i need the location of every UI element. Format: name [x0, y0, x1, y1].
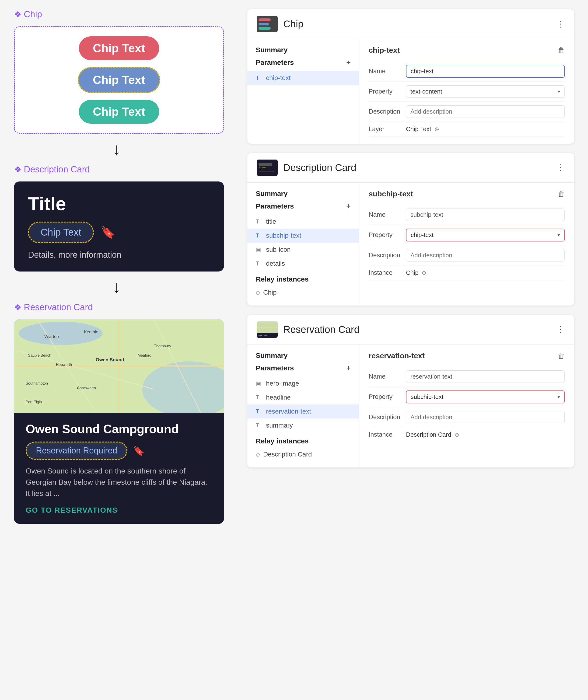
res-panel-title: Reservation Card — [283, 324, 360, 335]
chip-layer-label: Layer — [369, 125, 406, 133]
rc-chip-row: Reservation Required 🔖 — [26, 442, 212, 460]
chip-pill-red-text: Chip Text — [93, 42, 145, 55]
chip-pill-blue: Chip Text — [78, 67, 160, 93]
svg-text:Port Elgin: Port Elgin — [26, 400, 42, 404]
res-param-summary[interactable]: T summary — [247, 418, 359, 432]
chip-description-input[interactable] — [406, 105, 565, 118]
map-area: Wiarton Kemble Sauble Beach Hepworth Owe… — [14, 319, 224, 413]
res-param-hero[interactable]: ▣ hero-image — [247, 376, 359, 390]
res-summary-title: Summary — [247, 352, 359, 364]
desc-card-details: Details, more information — [28, 250, 210, 260]
res-panel-kebab[interactable]: ⋮ — [556, 325, 565, 334]
svg-text:Sauble Beach: Sauble Beach — [28, 353, 51, 357]
arrow-1: ↓ — [14, 141, 219, 157]
chip-pill-blue-text: Chip Text — [93, 73, 145, 87]
desc-panel-header-left: Description Card — [257, 160, 356, 176]
chip-property-select[interactable]: text-content ▾ — [406, 85, 565, 98]
desc-property-select[interactable]: chip-text ▾ — [406, 229, 565, 241]
res-property-value[interactable]: subchip-text ▾ — [406, 390, 565, 403]
res-panel-body: Summary Parameters + ▣ hero-image T head… — [247, 345, 574, 467]
res-instance-value: Description Card ⊕ — [406, 431, 565, 438]
desc-param-subicon[interactable]: ▣ sub-icon — [247, 243, 359, 257]
svg-text:Wiarton: Wiarton — [44, 334, 59, 339]
res-plus-icon[interactable]: + — [346, 364, 351, 372]
desc-property-label: Property — [369, 231, 406, 239]
chip-description-label: Description — [369, 108, 406, 115]
res-instance-label: Instance — [369, 431, 406, 438]
res-panel-left: Summary Parameters + ▣ hero-image T head… — [247, 345, 359, 467]
desc-param-details[interactable]: T details — [247, 257, 359, 271]
chip-name-label: Name — [369, 68, 406, 75]
rc-chip: Reservation Required — [26, 442, 127, 460]
res-property-select[interactable]: subchip-text ▾ — [406, 390, 565, 403]
desc-thumbnail — [257, 160, 278, 176]
desc-relay-title: Relay instances — [256, 275, 351, 283]
res-name-input[interactable] — [406, 370, 565, 383]
res-description-input[interactable] — [406, 411, 565, 423]
chip-panel-kebab[interactable]: ⋮ — [556, 19, 565, 29]
desc-instance-link[interactable]: Chip ⊕ — [406, 269, 565, 276]
desc-param-T3: T — [256, 260, 262, 267]
desc-name-input[interactable] — [406, 209, 565, 221]
chip-right-header: chip-text 🗑 — [369, 46, 565, 55]
desc-right-header: subchip-text 🗑 — [369, 190, 565, 198]
chip-summary-title: Summary — [247, 46, 359, 58]
chip-name-value — [406, 65, 565, 78]
res-property-label: Property — [369, 393, 406, 400]
res-param-reservation-name: reservation-text — [266, 408, 311, 415]
chip-label-text: Chip — [24, 9, 42, 19]
diamond-icon-2: ❖ — [14, 165, 21, 174]
desc-param-title[interactable]: T title — [247, 215, 359, 229]
desc-param-subchip[interactable]: T subchip-text — [247, 229, 359, 243]
desc-trash-icon[interactable]: 🗑 — [558, 190, 565, 198]
res-relay-desc-name: Description Card — [263, 451, 312, 458]
res-param-name-label: reservation-text — [369, 352, 425, 360]
res-section-label: ❖ Reservation Card — [14, 302, 93, 312]
chip-panel-card: Chip ⋮ Summary Parameters + T chip-text — [247, 9, 574, 144]
res-params-title: Parameters + — [247, 364, 359, 376]
desc-summary-title: Summary — [247, 190, 359, 202]
desc-relay-chip[interactable]: ◇ Chip — [256, 286, 351, 299]
res-panel-right: reservation-text 🗑 Name Property subchip… — [359, 345, 574, 467]
res-label-text: Reservation Card — [24, 302, 93, 312]
chip-property-label: Property — [369, 88, 406, 95]
desc-description-input[interactable] — [406, 249, 565, 261]
chip-plus-icon[interactable]: + — [346, 58, 351, 67]
rc-link[interactable]: GO TO RESERVATIONS — [26, 506, 212, 515]
desc-description-row: Description — [369, 245, 565, 265]
arrow-2: ↓ — [14, 279, 219, 295]
chip-name-input[interactable] — [406, 65, 565, 78]
chip-panel-header-left: Chip — [257, 16, 303, 32]
chip-panel-header: Chip ⋮ — [247, 9, 574, 39]
desc-param-subicon-name: sub-icon — [266, 246, 291, 253]
desc-param-T2: T — [256, 232, 262, 239]
res-panel-header: Owen Sound Reservation Card ⋮ — [247, 315, 574, 345]
chip-pill-red: Chip Text — [79, 36, 159, 60]
chip-property-select-text: text-content — [411, 88, 558, 95]
chip-pill-teal: Chip Text — [79, 100, 159, 124]
res-thumbnail: Owen Sound — [257, 321, 278, 338]
chip-layer-link[interactable]: Chip Text ⊕ — [406, 125, 565, 133]
chip-trash-icon[interactable]: 🗑 — [558, 46, 565, 54]
desc-params-label: Parameters — [256, 202, 294, 210]
res-relay-desc[interactable]: ◇ Description Card — [256, 448, 351, 460]
desc-card-title: Title — [28, 193, 210, 215]
desc-panel-title: Description Card — [283, 162, 356, 173]
desc-property-value[interactable]: chip-text ▾ — [406, 229, 565, 241]
res-instance-target-icon: ⊕ — [455, 432, 459, 438]
chip-param-type-T: T — [256, 75, 262, 81]
desc-card-chip-row: Chip Text 🔖 — [28, 222, 210, 243]
res-param-reservation-text[interactable]: T reservation-text — [247, 404, 359, 418]
res-instance-link[interactable]: Description Card ⊕ — [406, 431, 565, 438]
chip-property-value[interactable]: text-content ▾ — [406, 85, 565, 98]
res-param-headline[interactable]: T headline — [247, 390, 359, 404]
svg-text:Meaford: Meaford — [138, 353, 151, 357]
desc-param-T1: T — [256, 218, 262, 225]
desc-plus-icon[interactable]: + — [346, 202, 351, 210]
desc-panel-kebab[interactable]: ⋮ — [556, 163, 565, 173]
chip-param-item-chip-text[interactable]: T chip-text — [247, 71, 359, 85]
res-trash-icon[interactable]: 🗑 — [558, 352, 565, 360]
desc-instance-row: Instance Chip ⊕ — [369, 265, 565, 280]
res-relay-title: Relay instances — [256, 437, 351, 445]
res-params-label: Parameters — [256, 364, 294, 372]
